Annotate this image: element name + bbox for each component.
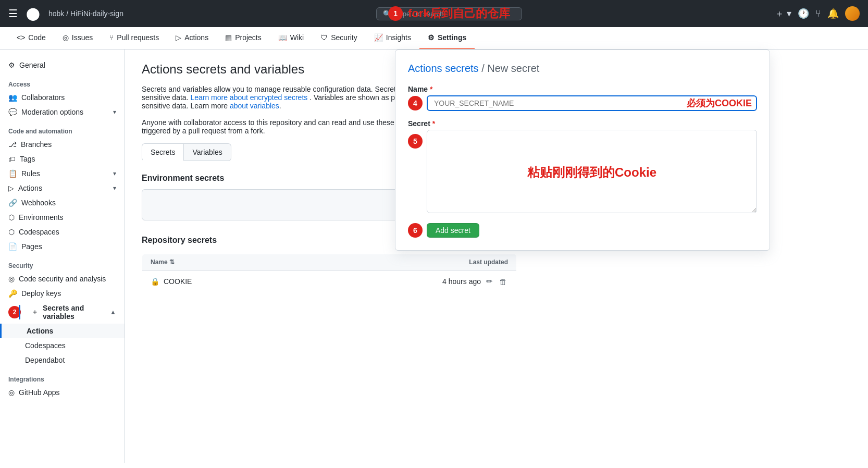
table-row: 🔒 COOKIE 4 hours ago ✏ 🗑 — [142, 270, 517, 293]
repo-tabs: <> Code ◎ Issues ⑂ Pull requests ▷ Actio… — [0, 27, 868, 50]
tab-issues[interactable]: ◎ Issues — [54, 27, 101, 49]
clock-icon[interactable]: 🕐 — [798, 8, 809, 19]
variables-link[interactable]: about variables — [230, 102, 279, 110]
name-input[interactable] — [427, 95, 757, 111]
sidebar-item-github-apps[interactable]: ◎ GitHub Apps — [0, 385, 125, 400]
sidebar: ⚙ General Access 👥 Collaborators 💬 Moder… — [0, 50, 125, 463]
secret-form-group: Secret * 5 粘贴刚刚得到的Cookie — [408, 119, 757, 215]
edit-secret-button[interactable]: ✏ — [485, 276, 494, 287]
wiki-icon: 📖 — [278, 33, 287, 42]
sidebar-code-automation-section: Code and automation — [0, 119, 125, 137]
sidebar-item-actions-sub[interactable]: Actions — [0, 324, 125, 338]
sidebar-item-rules[interactable]: 📋 Rules ▾ — [0, 166, 125, 181]
collaborators-label: Collaborators — [21, 93, 65, 102]
modal-breadcrumb-link[interactable]: Actions secrets — [408, 63, 479, 74]
modal-title: Actions secrets / New secret — [408, 63, 757, 75]
secret-actions: 4 hours ago ✏ 🗑 — [305, 276, 508, 287]
owner-link[interactable]: hobk — [48, 9, 64, 18]
tab-security[interactable]: 🛡 Security — [312, 27, 366, 49]
name-label: Name * — [408, 85, 757, 93]
sidebar-security-section: Security — [0, 254, 125, 272]
codespaces-icon: ⬡ — [8, 228, 15, 236]
lock-icon: 🔒 — [151, 277, 159, 286]
col-name-label: Name — [151, 258, 168, 266]
sidebar-item-general[interactable]: ⚙ General — [0, 58, 125, 72]
tab-projects[interactable]: ▦ Projects — [217, 27, 270, 49]
delete-secret-button[interactable]: 🗑 — [498, 276, 508, 287]
inbox-icon[interactable]: 🔔 — [827, 8, 839, 19]
name-form-group: Name * 4 必须为COOKIE — [408, 85, 757, 111]
sort-icon[interactable]: ⇅ — [169, 258, 175, 266]
webhooks-label: Webhooks — [21, 199, 56, 207]
tab-issues-label: Issues — [72, 33, 93, 42]
tab-secrets[interactable]: Secrets — [142, 143, 184, 161]
dependabot-sub-label: Dependabot — [25, 356, 65, 364]
secret-updated-cell: 4 hours ago ✏ 🗑 — [297, 270, 516, 293]
secret-textarea[interactable] — [427, 130, 757, 213]
merge-icon[interactable]: ⑂ — [815, 8, 821, 19]
secret-name-text: COOKIE — [164, 277, 192, 286]
add-secret-button-label: Add secret — [436, 226, 470, 235]
rules-label: Rules — [21, 169, 40, 178]
sidebar-item-tags[interactable]: 🏷 Tags — [0, 152, 125, 166]
col-updated-header: Last updated — [297, 254, 516, 270]
moderation-expand-icon: ▾ — [113, 108, 116, 116]
sidebar-item-pages[interactable]: 📄 Pages — [0, 239, 125, 254]
actions-sidebar-label: Actions — [18, 184, 42, 192]
name-required-indicator: * — [430, 85, 432, 93]
sidebar-item-branches[interactable]: ⎇ Branches — [0, 137, 125, 152]
avatar[interactable] — [845, 6, 860, 21]
sidebar-item-deploy-keys[interactable]: 🔑 Deploy keys — [0, 286, 125, 301]
sidebar-item-webhooks[interactable]: 🔗 Webhooks — [0, 195, 125, 210]
tab-settings[interactable]: ⚙ Settings — [419, 27, 475, 49]
pages-label: Pages — [21, 242, 42, 251]
tab-variables[interactable]: Variables — [184, 143, 231, 161]
code-icon: <> — [17, 33, 25, 42]
deploy-keys-icon: 🔑 — [8, 289, 17, 298]
code-security-icon: ◎ — [8, 275, 15, 283]
sidebar-item-codespaces-sub[interactable]: Codespaces — [0, 338, 125, 353]
sidebar-item-codespaces[interactable]: ⬡ Codespaces — [0, 225, 125, 239]
annotation-6-badge: 6 — [408, 223, 423, 238]
tab-insights[interactable]: 📈 Insights — [366, 27, 419, 49]
breadcrumb-sep: / — [66, 9, 70, 18]
sidebar-item-code-security[interactable]: ◎ Code security and analysis — [0, 272, 125, 286]
modal-title-suffix: New secret — [487, 63, 539, 74]
secret-required-indicator: * — [432, 119, 435, 128]
secrets-table: Name ⇅ Last updated 🔒 COOKIE — [142, 254, 517, 293]
repo-link[interactable]: HiFiNi-daily-sign — [70, 9, 123, 18]
search-box[interactable]: 🔍 Type / to search — [376, 7, 522, 20]
tab-wiki[interactable]: 📖 Wiki — [270, 27, 312, 49]
issues-icon: ◎ — [63, 33, 69, 42]
tab-actions[interactable]: ▷ Actions — [167, 27, 217, 49]
webhooks-icon: 🔗 — [8, 199, 17, 207]
col-name-header: Name ⇅ — [142, 254, 297, 270]
secret-name-cell: 🔒 COOKIE — [142, 270, 297, 293]
deploy-keys-label: Deploy keys — [21, 289, 61, 298]
tab-pr-label: Pull requests — [117, 33, 159, 42]
codespaces-label: Codespaces — [19, 228, 59, 236]
sidebar-item-secrets-variables[interactable]: 2 ＋ Secrets and variables ▲ — [0, 301, 125, 324]
sidebar-item-environments[interactable]: ⬡ Environments — [0, 210, 125, 225]
tab-actions-label: Actions — [184, 33, 208, 42]
secret-label: Secret * — [408, 119, 757, 128]
tab-pullrequests[interactable]: ⑂ Pull requests — [101, 27, 167, 49]
sidebar-item-actions[interactable]: ▷ Actions ▾ — [0, 181, 125, 195]
add-secret-button[interactable]: Add secret — [427, 223, 479, 238]
hamburger-icon[interactable]: ☰ — [8, 7, 18, 20]
tab-code[interactable]: <> Code — [8, 27, 54, 49]
projects-icon: ▦ — [225, 33, 232, 42]
sidebar-item-moderation[interactable]: 💬 Moderation options ▾ — [0, 105, 125, 119]
moderation-icon: 💬 — [8, 108, 17, 116]
search-placeholder: Type / to search — [395, 10, 444, 18]
moderation-label: Moderation options — [21, 108, 83, 116]
insights-icon: 📈 — [374, 33, 383, 42]
plus-icon[interactable]: ＋ ▾ — [775, 7, 791, 20]
add-secret-action-row: 6 Add secret — [408, 223, 757, 238]
sidebar-item-dependabot-sub[interactable]: Dependabot — [0, 353, 125, 367]
github-apps-icon: ◎ — [8, 388, 15, 397]
learn-more-link[interactable]: Learn more about encrypted secrets — [190, 93, 307, 102]
general-label: General — [19, 61, 45, 69]
name-label-text: Name — [408, 85, 428, 93]
sidebar-item-collaborators[interactable]: 👥 Collaborators — [0, 90, 125, 105]
